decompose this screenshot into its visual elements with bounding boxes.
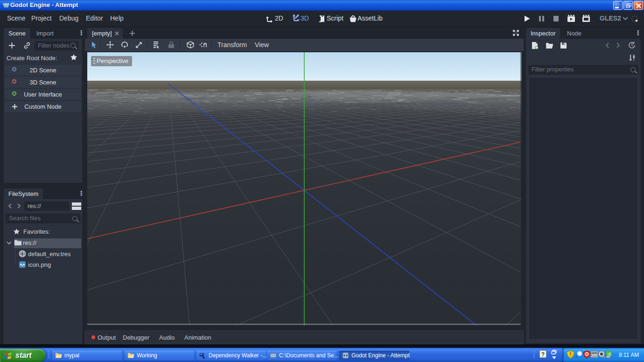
svg-text:vm: vm: [592, 353, 597, 357]
